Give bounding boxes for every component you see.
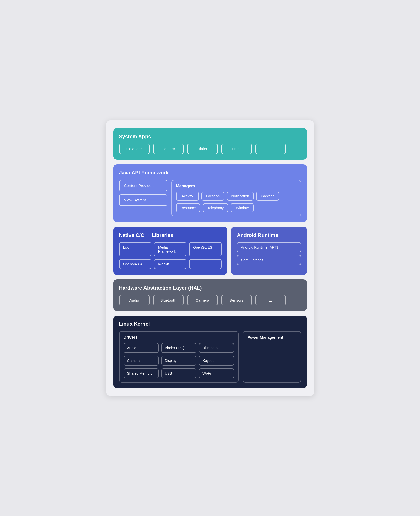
drivers-row2: Camera Display Keypad: [124, 356, 234, 366]
layer-linux-kernel: Linux Kernel Drivers Audio Binder (IPC) …: [113, 316, 307, 388]
manager-location: Location: [201, 192, 224, 201]
drivers-grid: Audio Binder (IPC) Bluetooth Camera Disp…: [124, 343, 234, 378]
manager-activity: Activity: [176, 192, 199, 201]
managers-box: Managers Activity Location Notification …: [171, 180, 301, 216]
layer-java-api: Java API Framework Content Providers Vie…: [113, 164, 307, 222]
power-management-label: Power Management: [247, 335, 283, 340]
driver-shared-memory: Shared Memory: [124, 368, 159, 378]
layer-android-runtime: Android Runtime Android Runtime (ART) Co…: [231, 227, 307, 275]
runtime-art: Android Runtime (ART): [237, 242, 301, 252]
system-apps-email: Email: [221, 144, 252, 154]
native-media-framework: Media Framework: [154, 242, 186, 256]
native-runtime-row: Native C/C++ Libraries Libc Media Framew…: [113, 227, 307, 275]
native-libs-title: Native C/C++ Libraries: [119, 232, 222, 238]
driver-keypad: Keypad: [199, 356, 234, 366]
runtime-core-libs: Core Libraries: [237, 255, 301, 265]
layer-hal: Hardware Abstraction Layer (HAL) Audio B…: [113, 279, 307, 311]
native-more: ...: [189, 259, 222, 269]
driver-bluetooth: Bluetooth: [199, 343, 234, 353]
managers-row1: Activity Location Notification Package: [176, 192, 297, 201]
linux-kernel-title: Linux Kernel: [119, 321, 301, 327]
managers-grid: Activity Location Notification Package R…: [176, 192, 297, 212]
driver-display: Display: [161, 356, 196, 366]
drivers-title: Drivers: [124, 335, 234, 340]
system-apps-camera: Camera: [153, 144, 184, 154]
native-libc: Libc: [119, 242, 152, 256]
hal-items: Audio Bluetooth Camera Sensors ...: [119, 295, 301, 305]
main-diagram: System Apps Calendar Camera Dialer Email…: [106, 120, 314, 396]
manager-resource: Resource: [176, 203, 200, 212]
native-webkit: Webkit: [154, 259, 186, 269]
system-apps-more: ...: [255, 144, 286, 154]
java-api-content-providers: Content Providers: [119, 180, 167, 191]
hal-camera: Camera: [187, 295, 218, 305]
android-runtime-title: Android Runtime: [237, 232, 301, 238]
native-opengl: OpenGL ES: [189, 242, 222, 256]
system-apps-calendar: Calendar: [119, 144, 150, 154]
layer-native-libs: Native C/C++ Libraries Libc Media Framew…: [113, 227, 227, 275]
system-apps-title: System Apps: [119, 134, 301, 140]
native-openmax: OpenMAX AL: [119, 259, 152, 269]
manager-telephony: Telephony: [203, 203, 228, 212]
java-api-content: Content Providers View System Managers A…: [119, 180, 301, 216]
native-row1: Libc Media Framework OpenGL ES: [119, 242, 222, 256]
kernel-content: Drivers Audio Binder (IPC) Bluetooth Cam…: [119, 331, 301, 383]
manager-window: Window: [231, 203, 254, 212]
managers-row2: Resource Telephony Window: [176, 203, 297, 212]
driver-audio: Audio: [124, 343, 159, 353]
drivers-row1: Audio Binder (IPC) Bluetooth: [124, 343, 234, 353]
java-api-view-system: View System: [119, 194, 167, 206]
native-grid: Libc Media Framework OpenGL ES OpenMAX A…: [119, 242, 222, 269]
java-api-left: Content Providers View System: [119, 180, 167, 216]
hal-sensors: Sensors: [221, 295, 252, 305]
runtime-grid: Android Runtime (ART) Core Libraries: [237, 242, 301, 265]
manager-notification: Notification: [227, 192, 254, 201]
drivers-row3: Shared Memory USB Wi-Fi: [124, 368, 234, 378]
power-management-box: Power Management: [243, 331, 301, 383]
layer-system-apps: System Apps Calendar Camera Dialer Email…: [113, 128, 307, 160]
manager-package: Package: [256, 192, 279, 201]
hal-bluetooth: Bluetooth: [153, 295, 184, 305]
driver-usb: USB: [161, 368, 196, 378]
native-row2: OpenMAX AL Webkit ...: [119, 259, 222, 269]
hal-more: ...: [255, 295, 286, 305]
managers-title: Managers: [176, 184, 297, 188]
driver-binder: Binder (IPC): [161, 343, 196, 353]
system-apps-items: Calendar Camera Dialer Email ...: [119, 144, 301, 154]
java-api-title: Java API Framework: [119, 170, 301, 176]
system-apps-dialer: Dialer: [187, 144, 218, 154]
drivers-box: Drivers Audio Binder (IPC) Bluetooth Cam…: [119, 331, 239, 383]
driver-wifi: Wi-Fi: [199, 368, 234, 378]
hal-audio: Audio: [119, 295, 150, 305]
hal-title: Hardware Abstraction Layer (HAL): [119, 285, 301, 291]
driver-camera: Camera: [124, 356, 159, 366]
